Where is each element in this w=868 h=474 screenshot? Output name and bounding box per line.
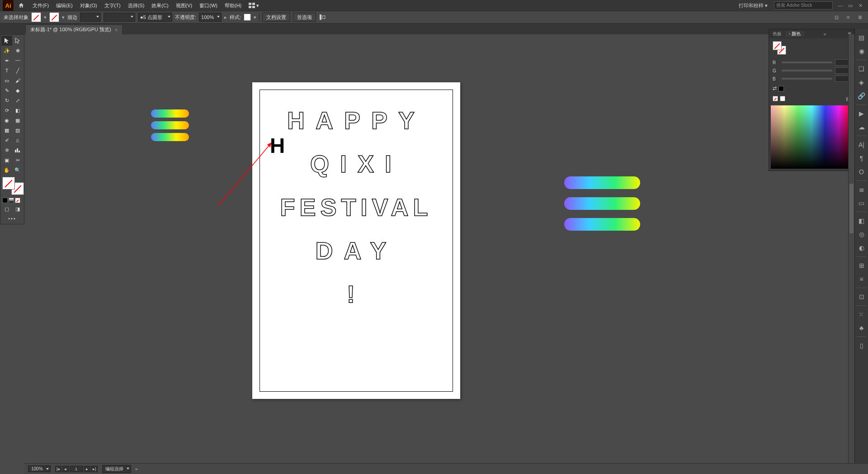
character-panel-icon[interactable]: A| — [856, 139, 867, 150]
menu-view[interactable]: 视图(V) — [172, 0, 196, 11]
menu-help[interactable]: 帮助(H) — [221, 0, 245, 11]
menu-edit[interactable]: 编辑(E) — [52, 0, 76, 11]
blend-tool[interactable]: ⎌ — [12, 135, 23, 145]
mesh-tool[interactable]: ▩ — [1, 125, 12, 135]
style-swatch[interactable] — [244, 14, 251, 21]
free-transform-tool[interactable]: ◧ — [12, 105, 23, 115]
minimize-icon[interactable]: — — [835, 0, 845, 10]
variable-width-profile[interactable] — [104, 13, 135, 22]
zoom-tool[interactable]: 🔍 — [12, 165, 23, 175]
maximize-icon[interactable]: ▭ — [845, 0, 855, 10]
vertical-scrollbar[interactable] — [848, 34, 854, 463]
paragraph-panel-icon[interactable]: ¶ — [856, 153, 867, 164]
type-tool[interactable]: T — [1, 66, 12, 76]
white-swatch[interactable] — [780, 96, 785, 101]
rotate-tool[interactable]: ↻ — [1, 95, 12, 105]
brushes-panel-icon[interactable]: ≡ — [856, 274, 867, 284]
width-tool[interactable]: ⟳ — [1, 105, 12, 115]
close-window-icon[interactable]: ✕ — [855, 0, 865, 10]
opacity-input[interactable]: 100% — [199, 13, 222, 22]
stroke-weight-input[interactable] — [80, 13, 101, 22]
artboard-tool[interactable]: ▣ — [1, 155, 12, 165]
fill-stroke-indicator[interactable] — [2, 177, 24, 195]
gradient-tool[interactable]: ▨ — [12, 125, 23, 135]
menu-arrange[interactable]: ▾ — [245, 0, 263, 11]
artboard-number[interactable]: 1 — [70, 466, 83, 472]
slice-tool[interactable]: ✂ — [12, 155, 23, 165]
magic-wand-tool[interactable]: ✨ — [1, 46, 12, 56]
canvas[interactable]: HAPPY H QIXI FESTIVAL DAY ! — [24, 34, 854, 463]
scrollbar-thumb[interactable] — [849, 184, 854, 233]
next-artboard-icon[interactable]: ▸ — [84, 466, 90, 472]
gradient-mode-icon[interactable] — [9, 198, 14, 203]
selection-tool[interactable] — [1, 36, 12, 46]
appearance-panel-icon[interactable]: ◎ — [856, 229, 867, 240]
layers-panel-icon[interactable]: ❏ — [856, 63, 867, 74]
swap-colors-icon[interactable]: ⇄ — [773, 85, 777, 91]
color-tab[interactable]: ◦ 颜色 — [785, 31, 804, 37]
menu-type[interactable]: 文字(T) — [101, 0, 124, 11]
black-swatch[interactable] — [778, 86, 784, 91]
symbol-sprayer-tool[interactable]: ✲ — [1, 145, 12, 155]
line-segment-tool[interactable]: ╱ — [12, 66, 23, 76]
opentype-panel-icon[interactable]: O — [856, 166, 867, 177]
menu-effect[interactable]: 效果(C) — [148, 0, 172, 11]
none-mode-icon[interactable] — [15, 198, 20, 203]
hand-tool[interactable]: ✋ — [1, 165, 12, 175]
home-icon[interactable] — [16, 0, 26, 10]
direct-selection-tool[interactable] — [12, 36, 23, 46]
color-spectrum[interactable] — [771, 105, 852, 169]
align-icon[interactable] — [319, 14, 326, 21]
menu-window[interactable]: 窗口(W) — [196, 0, 221, 11]
document-setup-button[interactable]: 文档设置 — [262, 13, 290, 22]
pen-tool[interactable]: ✒ — [1, 56, 12, 66]
rectangle-tool[interactable]: ▭ — [1, 76, 12, 85]
perspective-grid-tool[interactable]: ▦ — [12, 115, 23, 125]
libraries-icon[interactable]: ▶ — [856, 108, 867, 119]
menu-file[interactable]: 文件(F) — [29, 0, 52, 11]
scale-tool[interactable]: ⤢ — [12, 95, 23, 105]
transform-panel-icon[interactable]: ⊡ — [832, 13, 841, 22]
properties-panel-icon[interactable]: ▤ — [856, 32, 867, 43]
more-icon[interactable]: ≣ — [855, 13, 864, 22]
screen-mode-toggle[interactable]: ◨ — [12, 204, 23, 214]
transform-panel-icon[interactable]: ▭ — [856, 198, 867, 209]
last-artboard-icon[interactable]: ▸| — [91, 466, 98, 472]
none-swatch[interactable] — [773, 96, 778, 101]
color-wheel-icon[interactable]: ◉ — [856, 46, 867, 57]
close-tab-icon[interactable]: × — [115, 27, 118, 33]
align-panel-icon[interactable]: ≡ — [844, 13, 853, 22]
edit-toolbar-icon[interactable]: ••• — [1, 214, 23, 223]
fill-swatch[interactable] — [31, 12, 41, 22]
shaper-tool[interactable]: ✎ — [1, 85, 12, 95]
align-panel-icon[interactable]: ≣ — [856, 184, 867, 195]
brush-definition[interactable]: ● 5 点圆形 — [138, 13, 172, 22]
eraser-tool[interactable]: ◆ — [12, 85, 23, 95]
stroke-panel-icon[interactable]: ◈ — [856, 77, 867, 88]
zoom-dropdown[interactable]: 100% — [28, 465, 51, 472]
workspace-switcher[interactable]: 打印和校样 ▾ — [735, 2, 771, 9]
puppet-icon[interactable]: ⛌ — [856, 309, 867, 320]
artboards-panel-icon[interactable]: ▯ — [856, 340, 867, 351]
symbols-panel-icon[interactable]: ⊞ — [856, 260, 867, 271]
cc-libraries-icon[interactable]: ☁ — [856, 122, 867, 133]
asset-export-icon[interactable]: ♣ — [856, 322, 867, 333]
stroke-swatch[interactable] — [49, 12, 59, 22]
stock-search[interactable]: 搜索 Adobe Stock — [774, 1, 833, 9]
menu-select[interactable]: 选择(S) — [124, 0, 148, 11]
curvature-tool[interactable]: 〰 — [12, 56, 23, 66]
pathfinder-panel-icon[interactable]: ◧ — [856, 215, 867, 226]
actions-panel-icon[interactable]: ⊡ — [856, 291, 867, 302]
screen-mode-normal[interactable]: ▢ — [1, 204, 12, 214]
color-mode-icon[interactable] — [2, 198, 8, 203]
tool-status[interactable]: 编组选择 — [102, 465, 131, 473]
preferences-button[interactable]: 首选项 — [293, 13, 316, 22]
eyedropper-tool[interactable]: ✐ — [1, 135, 12, 145]
b-slider[interactable] — [782, 78, 832, 80]
menu-object[interactable]: 对象(O) — [76, 0, 101, 11]
panel-collapse-icon[interactable]: » — [821, 32, 829, 37]
links-panel-icon[interactable]: 🔗 — [856, 90, 867, 101]
lasso-tool[interactable]: ❋ — [12, 46, 23, 56]
fill-color-indicator[interactable] — [773, 41, 782, 50]
paintbrush-tool[interactable]: 🖌 — [12, 76, 23, 85]
